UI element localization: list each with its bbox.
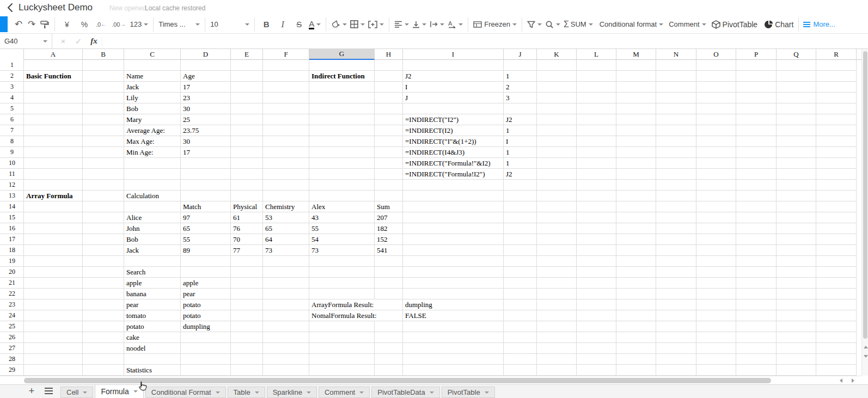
cell-I7[interactable]: =INDIRECT(I2): [404, 125, 454, 136]
filter-dropdown[interactable]: [525, 17, 543, 32]
cancel-formula-icon[interactable]: ×: [56, 36, 71, 46]
row-header-25[interactable]: 25: [0, 321, 24, 332]
cell-E14[interactable]: Physical: [231, 201, 259, 212]
cell-D21[interactable]: apple: [181, 278, 200, 288]
text-color-dropdown[interactable]: A: [307, 17, 322, 32]
row-header-9[interactable]: 9: [0, 147, 24, 157]
column-header-M[interactable]: M: [616, 49, 656, 60]
cell-D4[interactable]: 23: [181, 93, 192, 103]
pivot-table-button[interactable]: PivotTable: [710, 17, 760, 32]
paint-format-button[interactable]: [38, 17, 51, 32]
scroll-left-icon[interactable]: [840, 378, 842, 383]
vertical-scrollbar[interactable]: [861, 49, 868, 376]
conditional-format-dropdown[interactable]: Conditional format: [598, 17, 665, 32]
cell-C9[interactable]: Min Age:: [125, 147, 155, 157]
cell-H14[interactable]: Sum: [375, 201, 392, 212]
cell-E18[interactable]: 77: [231, 245, 242, 255]
vertical-scrollbar-thumb[interactable]: [863, 51, 867, 339]
column-header-E[interactable]: E: [231, 49, 263, 60]
cell-H17[interactable]: 152: [375, 234, 389, 244]
cell-G16[interactable]: 55: [310, 223, 320, 234]
horizontal-scrollbar[interactable]: [0, 376, 861, 384]
merge-cells-dropdown[interactable]: [366, 17, 386, 32]
chart-button[interactable]: Chart: [762, 17, 795, 32]
cell-I10[interactable]: =INDIRECT("Formula!"&I2): [404, 158, 492, 168]
cell-I11[interactable]: =INDIRECT("Formula!I2"): [404, 169, 486, 179]
column-header-L[interactable]: L: [577, 49, 616, 60]
cell-C8[interactable]: Max Age:: [125, 136, 156, 146]
cell-I3[interactable]: I: [404, 82, 409, 92]
cell-I23[interactable]: dumpling: [404, 299, 434, 310]
chevron-down-icon[interactable]: [83, 391, 87, 394]
cell-D18[interactable]: 89: [181, 245, 192, 255]
chevron-down-icon[interactable]: [307, 391, 311, 394]
column-header-Q[interactable]: Q: [777, 49, 816, 60]
add-sheet-button[interactable]: +: [26, 385, 37, 397]
decrease-decimal-button[interactable]: .0←: [94, 17, 108, 32]
chevron-down-icon[interactable]: [133, 390, 138, 393]
cell-I2[interactable]: J2: [404, 71, 413, 81]
row-header-18[interactable]: 18: [0, 245, 24, 255]
increase-decimal-button[interactable]: .00→: [110, 17, 127, 32]
row-header-19[interactable]: 19: [0, 256, 24, 266]
chevron-down-icon[interactable]: [430, 391, 434, 394]
cell-C4[interactable]: Lily: [125, 93, 140, 103]
cell-C21[interactable]: apple: [125, 278, 143, 288]
workbook-title[interactable]: Luckysheet Demo: [19, 2, 93, 13]
cell-G18[interactable]: 73: [310, 245, 320, 255]
name-box[interactable]: G40: [0, 34, 52, 48]
cell-C13[interactable]: Calculation: [125, 191, 161, 201]
scroll-up-icon[interactable]: [864, 346, 868, 348]
cell-C22[interactable]: banana: [125, 289, 148, 299]
vertical-align-dropdown[interactable]: [411, 17, 428, 32]
currency-format-button[interactable]: ¥: [60, 17, 74, 32]
cell-H18[interactable]: 541: [375, 245, 389, 255]
strikethrough-button[interactable]: S: [292, 17, 305, 32]
chevron-down-icon[interactable]: [485, 391, 489, 394]
cell-D7[interactable]: 23.75: [181, 125, 200, 136]
scroll-down-icon[interactable]: [864, 355, 868, 358]
cell-C23[interactable]: pear: [125, 299, 140, 310]
cell-C25[interactable]: potato: [125, 321, 146, 332]
horizontal-scrollbar-thumb[interactable]: [24, 378, 771, 383]
cell-C5[interactable]: Bob: [125, 103, 140, 114]
undo-button[interactable]: ↶: [12, 17, 25, 32]
cell-D3[interactable]: 17: [181, 82, 192, 92]
cell-J2[interactable]: 1: [504, 71, 511, 81]
cell-C6[interactable]: Mary: [125, 114, 143, 125]
row-header-1[interactable]: 1: [0, 60, 24, 70]
row-header-20[interactable]: 20: [0, 267, 24, 277]
confirm-formula-icon[interactable]: ✓: [71, 36, 86, 46]
cell-C3[interactable]: Jack: [125, 82, 140, 92]
cell-D16[interactable]: 65: [181, 223, 192, 234]
more-button[interactable]: More...: [803, 20, 835, 28]
column-header-J[interactable]: J: [504, 49, 537, 60]
sheet-menu-icon[interactable]: [45, 388, 53, 394]
formula-input[interactable]: [102, 34, 868, 48]
cell-G2[interactable]: Indirect Function: [310, 71, 366, 81]
sheet-tab-cell[interactable]: Cell: [60, 387, 93, 398]
cell-G14[interactable]: Alex: [310, 201, 327, 212]
cell-I4[interactable]: J: [404, 93, 409, 103]
cell-D22[interactable]: pear: [181, 289, 197, 299]
cell-D25[interactable]: dumpling: [181, 321, 212, 332]
row-header-29[interactable]: 29: [0, 365, 24, 375]
column-header-A[interactable]: A: [24, 49, 83, 60]
row-header-10[interactable]: 10: [0, 158, 24, 168]
cell-J9[interactable]: 1: [504, 147, 511, 157]
search-dropdown[interactable]: [543, 17, 562, 32]
back-icon[interactable]: [5, 2, 15, 14]
sheet-tab-sparkline[interactable]: Sparkline: [267, 387, 317, 398]
cell-F17[interactable]: 64: [264, 234, 274, 244]
sheet-tab-comment[interactable]: Comment: [319, 387, 370, 398]
cell-J4[interactable]: 3: [504, 93, 511, 103]
column-header-C[interactable]: C: [124, 49, 181, 60]
cell-J8[interactable]: I: [504, 136, 510, 146]
cell-C20[interactable]: Search: [125, 267, 147, 277]
cell-G23[interactable]: ArrayFormula Result:: [310, 299, 375, 310]
cell-I9[interactable]: =INDIRECT(I4&J3): [404, 147, 466, 157]
cell-I8[interactable]: =INDIRECT("I"&(1+2)): [404, 136, 478, 146]
horizontal-align-dropdown[interactable]: [393, 17, 411, 32]
row-header-16[interactable]: 16: [0, 223, 24, 234]
row-header-8[interactable]: 8: [0, 136, 24, 146]
